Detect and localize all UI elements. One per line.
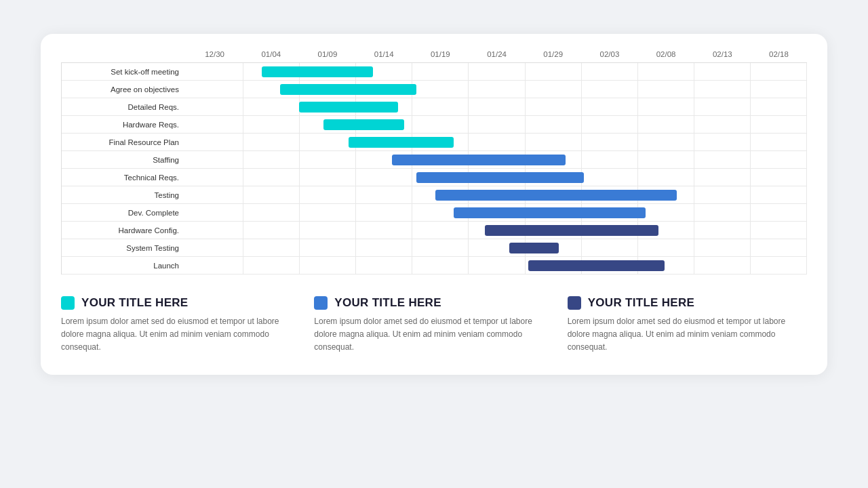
gantt-row-label: Hardware Config. [62, 226, 187, 235]
gantt-grid-col [751, 186, 807, 203]
gantt-row-label: Agree on objectives [62, 85, 187, 94]
gantt-grid-col [638, 134, 694, 150]
gantt-grid-col [638, 169, 694, 186]
gantt-grid-col [638, 63, 694, 80]
gantt-row: Dev. Complete [62, 204, 807, 222]
gantt-grid-col [187, 116, 243, 133]
gantt-track [187, 116, 807, 133]
gantt-track [187, 257, 807, 274]
gantt-grid-col [526, 116, 582, 133]
gantt-grid-col [694, 151, 751, 168]
gantt-grid-col [751, 239, 807, 256]
gantt-grid-col [243, 116, 300, 133]
info-header: YOUR TITLE HERE [568, 296, 793, 310]
gantt-grid-col [751, 81, 807, 98]
gantt-row: Final Resource Plan [62, 134, 807, 151]
gantt-col-header: 01/19 [412, 50, 469, 58]
info-text: Lorem ipsum dolor amet sed do eiusmod et… [568, 315, 793, 354]
gantt-row: System Testing [62, 239, 807, 257]
gantt-col-header: 12/30 [186, 50, 243, 58]
gantt-grid-col [187, 169, 243, 186]
gantt-grid-col [526, 98, 582, 115]
gantt-grid-col [356, 239, 412, 256]
gantt-grid-col [412, 222, 469, 239]
info-item-2: YOUR TITLE HERELorem ipsum dolor amet se… [554, 296, 807, 354]
gantt-grid-col [469, 81, 525, 98]
gantt-grid-col [187, 186, 243, 203]
gantt-row-label: Dev. Complete [62, 209, 187, 217]
gantt-row-label: System Testing [62, 244, 187, 252]
gantt-bar [509, 243, 559, 253]
gantt-grid-col [694, 204, 751, 221]
gantt-grid-col [694, 98, 751, 115]
gantt-col-header: 01/14 [356, 50, 412, 58]
gantt-bar [299, 102, 398, 113]
gantt-row-label: Launch [62, 262, 187, 270]
gantt-grid-col [412, 81, 469, 98]
gantt-grid-col [751, 151, 807, 168]
gantt-row-label: Final Resource Plan [62, 138, 187, 146]
gantt-grid-col [751, 134, 807, 150]
info-icon [61, 296, 75, 310]
gantt-grid-col [300, 151, 356, 168]
gantt-col-header: 02/08 [638, 50, 694, 58]
gantt-grid-col [751, 222, 807, 239]
gantt-grid-col [751, 116, 807, 133]
gantt-row: Hardware Reqs. [62, 116, 807, 134]
gantt-grid-col [187, 257, 243, 274]
gantt-rows: Set kick-off meetingAgree on objectivesD… [61, 62, 807, 274]
gantt-grid-col [356, 204, 412, 221]
gantt-grid-col [694, 81, 751, 98]
gantt-grid-col [694, 63, 751, 80]
gantt-row-label: Set kick-off meeting [62, 68, 187, 76]
gantt-row-label: Hardware Reqs. [62, 121, 187, 129]
gantt-col-header: 01/29 [525, 50, 581, 58]
gantt-col-header: 01/09 [299, 50, 355, 58]
info-text: Lorem ipsum dolor amet sed do eiusmod et… [314, 315, 540, 354]
info-title: YOUR TITLE HERE [334, 296, 441, 310]
gantt-grid-col [638, 204, 694, 221]
gantt-grid-col [694, 222, 751, 239]
info-title: YOUR TITLE HERE [81, 296, 189, 310]
gantt-track [187, 134, 807, 150]
gantt-grid-col [526, 63, 582, 80]
gantt-grid-col [412, 98, 469, 115]
gantt-grid-col [356, 257, 412, 274]
gantt-grid-col [582, 63, 638, 80]
gantt-bar [416, 172, 584, 183]
gantt-grid-col [243, 239, 300, 256]
gantt-grid-col [412, 239, 469, 256]
gantt-row: Agree on objectives [62, 81, 807, 98]
gantt-track [187, 239, 807, 256]
gantt-grid-col [300, 239, 356, 256]
gantt-grid-col [582, 239, 638, 256]
gantt-grid-col [526, 134, 582, 150]
gantt-grid-col [582, 81, 638, 98]
gantt-row: Launch [62, 257, 807, 274]
gantt-bar [454, 207, 646, 218]
gantt-grid-col [243, 98, 300, 115]
gantt-grid-col [469, 257, 525, 274]
gantt-grid-col [694, 239, 751, 256]
gantt-track [187, 222, 807, 239]
main-card: 12/3001/0401/0901/1401/1901/2401/2902/03… [41, 34, 827, 375]
gantt-grid-col [187, 63, 243, 80]
gantt-track [187, 81, 807, 98]
gantt-grid-col [187, 81, 243, 98]
gantt-bar [392, 155, 566, 165]
info-icon [314, 296, 328, 310]
gantt-track [187, 204, 807, 221]
info-icon [568, 296, 581, 310]
gantt-row: Detailed Reqs. [62, 98, 807, 116]
gantt-grid-col [356, 169, 412, 186]
gantt-col-header: 01/24 [469, 50, 525, 58]
gantt-grid-col [187, 222, 243, 239]
gantt-col-header: 02/18 [751, 50, 807, 58]
gantt-grid-col [751, 63, 807, 80]
gantt-col-header: 02/03 [581, 50, 637, 58]
gantt-col-header: 02/13 [694, 50, 751, 58]
info-header: YOUR TITLE HERE [61, 296, 287, 310]
gantt-grid-col [469, 63, 525, 80]
gantt-grid-col [187, 204, 243, 221]
gantt-grid-col [582, 116, 638, 133]
